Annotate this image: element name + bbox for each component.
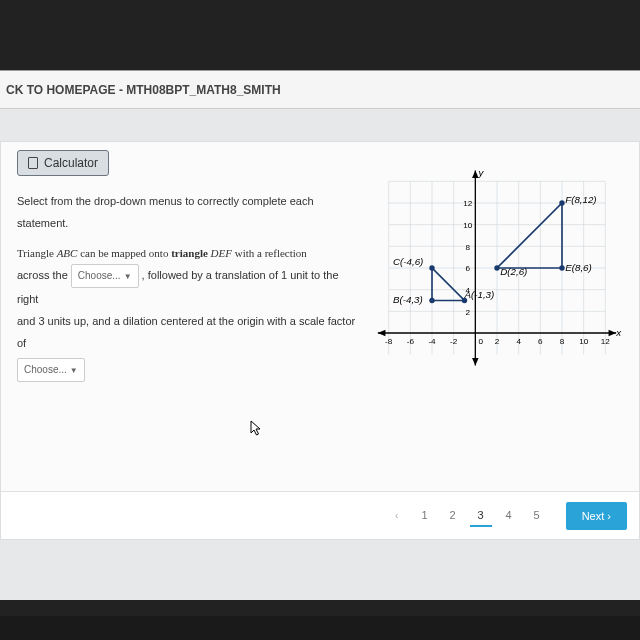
svg-marker-20 xyxy=(378,330,386,337)
svg-marker-19 xyxy=(609,330,617,337)
x-axis-label: x xyxy=(615,327,622,338)
chevron-down-icon: ▼ xyxy=(70,366,78,375)
pagination-footer: ‹ 1 2 3 4 5 Next › xyxy=(1,491,639,539)
cursor-icon xyxy=(250,420,264,438)
calculator-icon xyxy=(28,157,38,169)
svg-point-26 xyxy=(429,298,434,303)
page-1[interactable]: 1 xyxy=(414,505,436,527)
coordinate-graph: A(-1,3) B(-4,3) C(-4,6) D(2,6) E(8,6) F(… xyxy=(367,148,627,388)
svg-text:-2: -2 xyxy=(450,337,458,346)
main-content: Calculator Select from the drop-down men… xyxy=(0,141,640,540)
svg-point-27 xyxy=(429,265,434,270)
svg-point-28 xyxy=(494,265,499,270)
svg-point-30 xyxy=(559,200,564,205)
svg-text:8: 8 xyxy=(465,243,470,252)
svg-marker-24 xyxy=(497,203,562,268)
svg-marker-23 xyxy=(432,268,465,301)
y-axis-label: y xyxy=(478,167,485,178)
os-taskbar xyxy=(0,616,640,640)
svg-text:10: 10 xyxy=(579,337,589,346)
point-label-E: E(8,6) xyxy=(565,262,592,273)
page-3[interactable]: 3 xyxy=(470,505,492,527)
dropdown-scale[interactable]: Choose...▼ xyxy=(17,358,85,382)
svg-marker-22 xyxy=(472,358,479,366)
svg-text:10: 10 xyxy=(463,221,473,230)
point-label-F: F(8,12) xyxy=(565,194,596,205)
chevron-down-icon: ▼ xyxy=(124,272,132,281)
calculator-button[interactable]: Calculator xyxy=(17,150,109,176)
svg-text:6: 6 xyxy=(465,264,470,273)
svg-text:6: 6 xyxy=(538,337,543,346)
page-title: CK TO HOMEPAGE - MTH08BPT_MATH8_SMITH xyxy=(6,83,281,97)
question-intro: Select from the drop-down menus to corre… xyxy=(17,190,357,234)
svg-text:0: 0 xyxy=(478,337,483,346)
svg-text:12: 12 xyxy=(601,337,611,346)
prev-page-button[interactable]: ‹ xyxy=(386,505,408,527)
svg-point-29 xyxy=(559,265,564,270)
dropdown-axis[interactable]: Choose...▼ xyxy=(71,264,139,288)
svg-text:4: 4 xyxy=(465,286,470,295)
point-label-C: C(-4,6) xyxy=(393,256,423,267)
point-label-D: D(2,6) xyxy=(500,266,527,277)
question-text: Select from the drop-down menus to corre… xyxy=(17,190,357,382)
page-4[interactable]: 4 xyxy=(498,505,520,527)
calculator-label: Calculator xyxy=(44,156,98,170)
point-label-B: B(-4,3) xyxy=(393,294,423,305)
svg-text:2: 2 xyxy=(465,308,470,317)
svg-text:2: 2 xyxy=(495,337,500,346)
svg-text:12: 12 xyxy=(463,199,473,208)
svg-text:8: 8 xyxy=(560,337,565,346)
page-5[interactable]: 5 xyxy=(526,505,548,527)
page-2[interactable]: 2 xyxy=(442,505,464,527)
breadcrumb: CK TO HOMEPAGE - MTH08BPT_MATH8_SMITH xyxy=(0,71,640,109)
svg-text:-4: -4 xyxy=(428,337,436,346)
svg-text:4: 4 xyxy=(516,337,521,346)
svg-text:-8: -8 xyxy=(385,337,393,346)
next-button[interactable]: Next › xyxy=(566,502,627,530)
svg-text:-6: -6 xyxy=(407,337,415,346)
